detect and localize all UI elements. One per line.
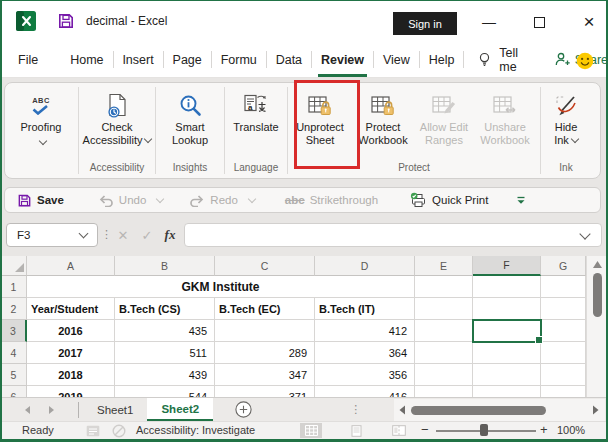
scroll-up-icon[interactable] [593, 261, 602, 268]
tab-data[interactable]: Data [267, 43, 311, 77]
cell[interactable] [473, 386, 541, 397]
translate-button[interactable]: a Translate [226, 84, 286, 161]
cell-a2[interactable]: Year/Student [27, 298, 115, 320]
row-header-3-selected[interactable]: 3 [1, 320, 27, 342]
cell[interactable] [473, 364, 541, 386]
minimize-button[interactable]: — [474, 10, 504, 34]
tab-page-layout[interactable]: Page [164, 43, 211, 77]
fill-handle[interactable] [535, 336, 543, 344]
new-sheet-button[interactable] [235, 401, 252, 418]
cell[interactable] [473, 276, 541, 298]
page-break-view-button[interactable] [388, 423, 410, 438]
tab-file[interactable]: File [9, 43, 47, 77]
cell[interactable] [415, 364, 473, 386]
proofing-button[interactable]: ABC Proofing [5, 84, 77, 161]
column-header-f-selected[interactable]: F [473, 256, 541, 276]
close-button[interactable]: × [574, 10, 604, 34]
tab-formulas[interactable]: Formu [212, 43, 266, 77]
expand-formula-bar-icon[interactable] [579, 228, 590, 239]
normal-view-button[interactable] [300, 423, 322, 438]
column-header-e[interactable]: E [415, 256, 473, 276]
horizontal-scrollbar[interactable] [394, 399, 605, 421]
vertical-scroll-thumb[interactable] [593, 273, 602, 317]
cell-d3[interactable]: 412 [315, 320, 415, 342]
insert-function-button[interactable]: fx [159, 225, 181, 245]
cell-d4[interactable]: 364 [315, 342, 415, 364]
accessibility-checker-icon[interactable] [112, 424, 126, 438]
sheet-nav-right-icon[interactable] [44, 405, 58, 415]
row-header-1[interactable]: 1 [1, 276, 27, 298]
sheet-tab-sheet2-active[interactable]: Sheet2 [147, 398, 213, 421]
tab-insert[interactable]: Insert [113, 43, 162, 77]
qat-overflow-button[interactable] [516, 196, 526, 205]
page-layout-view-button[interactable] [345, 423, 367, 438]
cell-a3[interactable]: 2016 [27, 320, 115, 342]
cell[interactable] [541, 386, 586, 397]
cell-a6[interactable]: 2019 [27, 386, 115, 397]
cell-c5[interactable]: 347 [215, 364, 315, 386]
zoom-level[interactable]: 100% [557, 424, 585, 436]
sheet-nav-left-icon[interactable] [20, 405, 34, 415]
cell-a1-merged-title[interactable]: GKM Institute [27, 276, 415, 298]
cell[interactable] [541, 364, 586, 386]
scroll-right-icon[interactable] [592, 405, 599, 415]
row-header-4[interactable]: 4 [1, 342, 27, 364]
row-header-5[interactable]: 5 [1, 364, 27, 386]
qat-save-button[interactable]: Save [17, 193, 64, 208]
column-header-c[interactable]: C [215, 256, 315, 276]
tab-view[interactable]: View [374, 43, 419, 77]
column-header-g[interactable]: G [541, 256, 586, 276]
cell-b4[interactable]: 511 [115, 342, 215, 364]
row-header-2[interactable]: 2 [1, 298, 27, 320]
enter-button[interactable]: ✓ [136, 225, 158, 245]
cell[interactable] [415, 342, 473, 364]
cell[interactable] [541, 276, 586, 298]
formula-input[interactable] [184, 223, 602, 247]
zoom-slider-thumb[interactable] [480, 424, 488, 436]
tab-home[interactable]: Home [61, 43, 112, 77]
cell[interactable] [473, 298, 541, 320]
row-header-6[interactable]: 6 [1, 386, 27, 397]
formula-bar-grip-icon[interactable]: ⋮ [101, 228, 112, 241]
cell[interactable] [415, 320, 473, 342]
zoom-out-button[interactable]: − [421, 422, 429, 437]
column-header-b[interactable]: B [115, 256, 215, 276]
cell-b5[interactable]: 439 [115, 364, 215, 386]
cell-b6[interactable]: 544 [115, 386, 215, 397]
column-header-d[interactable]: D [315, 256, 415, 276]
tab-bar-grip-icon[interactable]: ⋮ [350, 403, 361, 416]
cell-b3[interactable]: 435 [115, 320, 215, 342]
status-accessibility[interactable]: Accessibility: Investigate [136, 424, 255, 436]
tab-help[interactable]: Help [420, 43, 464, 77]
tell-me-button[interactable]: Tell me [476, 46, 531, 74]
tab-review[interactable]: Review [312, 43, 373, 77]
cell-d6[interactable]: 416 [315, 386, 415, 397]
horizontal-scroll-thumb[interactable] [411, 406, 546, 415]
cell-a4[interactable]: 2017 [27, 342, 115, 364]
cell-a5[interactable]: 2018 [27, 364, 115, 386]
cell-c2[interactable]: B.Tech (EC) [215, 298, 315, 320]
cell[interactable] [473, 342, 541, 364]
cell-c3[interactable] [215, 320, 315, 342]
cell[interactable] [415, 298, 473, 320]
cell-d5[interactable]: 356 [315, 364, 415, 386]
qat-quick-print-button[interactable]: Quick Print [410, 192, 488, 208]
hide-ink-button[interactable]: Hide Ink [542, 84, 590, 161]
cell-c6[interactable]: 371 [215, 386, 315, 397]
name-box[interactable]: F3 [6, 223, 98, 247]
save-icon[interactable] [57, 12, 75, 30]
check-accessibility-button[interactable]: Check Accessibility [80, 84, 154, 161]
cell-d2[interactable]: B.Tech (IT) [315, 298, 415, 320]
maximize-button[interactable] [524, 10, 554, 34]
macro-record-icon[interactable] [86, 425, 100, 437]
cell-c4[interactable]: 289 [215, 342, 315, 364]
scroll-left-icon[interactable] [399, 405, 406, 415]
sheet-tab-sheet1[interactable]: Sheet1 [83, 398, 147, 421]
sign-in-button[interactable]: Sign in [393, 12, 457, 35]
cell[interactable] [541, 320, 586, 342]
smart-lookup-button[interactable]: Smart Lookup [157, 84, 223, 161]
protect-workbook-button[interactable]: Protect Workbook [351, 84, 415, 161]
column-header-a[interactable]: A [27, 256, 115, 276]
cell[interactable] [541, 298, 586, 320]
cancel-button[interactable]: ✕ [112, 225, 134, 245]
